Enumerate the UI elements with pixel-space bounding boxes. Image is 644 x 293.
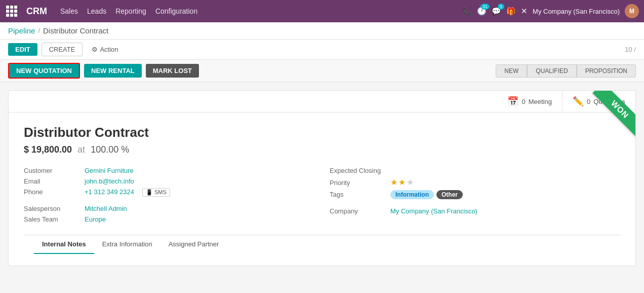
chat-icon[interactable]: 💬5 [492,7,501,16]
field-expected-closing: Expected Closing [330,165,620,176]
action-menu[interactable]: ⚙ Action [92,46,118,53]
company-name: My Company (San Francisco) [533,8,620,15]
field-email: Email john.b@tech.info [24,176,314,187]
salesperson-value[interactable]: Mitchell Admin [85,205,127,212]
nav-links: Sales Leads Reporting Configuration [60,7,459,15]
clock-icon[interactable]: 🕐31 [477,7,487,16]
breadcrumb-separator: / [38,27,40,34]
star-3[interactable]: ★ [407,177,414,187]
phone-icon[interactable]: 📞 [462,7,472,16]
field-tags: Tags Information Other [330,189,620,201]
fields-left: Customer Gemini Furniture Email john.b@t… [24,165,314,225]
priority-stars[interactable]: ★ ★ ★ [390,177,414,187]
user-avatar[interactable]: M [625,4,639,18]
phone-label: Phone [24,188,79,196]
nav-right: 📞 🕐31 💬5 🎁 ✕ My Company (San Francisco) … [462,4,639,18]
breadcrumb-parent[interactable]: Pipeline [8,26,35,35]
tags-container: Information Other [390,190,463,199]
tag-information[interactable]: Information [390,190,434,199]
close-icon[interactable]: ✕ [521,7,528,16]
nav-sales[interactable]: Sales [60,7,78,15]
create-button[interactable]: CREATE [42,43,83,56]
edit-button[interactable]: EDIT [8,43,37,56]
won-ribbon-text: WON [592,91,635,137]
stage-buttons: NEW QUALIFIED PROPOSITION [496,64,636,78]
field-phone: Phone +1 312 349 2324 📱 SMS [24,187,314,198]
at-label: at [77,144,85,155]
customer-label: Customer [24,167,79,174]
app-grid-icon[interactable] [5,5,18,18]
gear-icon: ⚙ [92,46,98,53]
nav-reporting[interactable]: Reporting [115,7,146,15]
sales-team-label: Sales Team [24,215,79,223]
sms-button[interactable]: 📱 SMS [142,188,170,197]
button-bar: NEW QUOTATION NEW RENTAL MARK LOST NEW Q… [0,60,644,82]
probability-value: 100.00 % [91,144,129,155]
tag-other[interactable]: Other [436,190,463,199]
email-label: Email [24,177,79,185]
email-value[interactable]: john.b@tech.info [85,177,134,185]
won-ribbon: WON [575,91,635,152]
fields-grid: Customer Gemini Furniture Email john.b@t… [24,165,620,225]
stage-qualified[interactable]: QUALIFIED [527,64,576,78]
field-sales-team: Sales Team Europe [24,214,314,225]
smart-buttons-bar: 📅 0 Meeting ✏️ 0 Quotations [9,91,635,113]
priority-label: Priority [330,179,385,187]
phone-value[interactable]: +1 312 349 2324 [85,188,134,196]
brand-name: CRM [26,6,47,17]
field-salesperson: Salesperson Mitchell Admin [24,203,314,214]
field-priority: Priority ★ ★ ★ [330,176,620,189]
record-amount: $ 19,800.00 at 100.00 % [24,144,620,155]
stage-new[interactable]: NEW [496,64,527,78]
nav-leads[interactable]: Leads [87,7,106,15]
page-indicator: 10 / [625,46,636,53]
breadcrumb-current: Distributor Contract [43,26,108,35]
star-2[interactable]: ★ [398,177,406,187]
tab-extra-information[interactable]: Extra Information [94,235,160,254]
meeting-count: 0 [521,98,525,105]
nav-configuration[interactable]: Configuration [155,7,197,15]
stage-proposition[interactable]: PROPOSITION [577,64,636,78]
salesperson-label: Salesperson [24,205,79,212]
chat-badge: 5 [498,4,504,10]
sales-team-value: Europe [85,215,106,223]
field-company: Company My Company (San Francisco) [330,206,620,216]
action-bar: EDIT CREATE ⚙ Action 10 / [0,40,644,60]
company-label: Company [330,207,385,215]
tab-internal-notes[interactable]: Internal Notes [34,235,94,254]
top-navigation: CRM Sales Leads Reporting Configuration … [0,0,644,22]
main-content: 📅 0 Meeting ✏️ 0 Quotations WON Distribu… [0,82,644,285]
amount-value: $ 19,800.00 [24,144,72,155]
clock-badge: 31 [480,4,490,10]
new-quotation-button[interactable]: NEW QUOTATION [8,63,80,79]
meeting-button[interactable]: 📅 0 Meeting [497,91,562,112]
breadcrumb: Pipeline / Distributor Contract [0,22,644,40]
fields-right: Expected Closing Priority ★ ★ ★ Tags [330,165,620,225]
mark-lost-button[interactable]: MARK LOST [146,64,199,78]
field-customer: Customer Gemini Furniture [24,165,314,176]
action-label: Action [100,46,118,53]
tags-label: Tags [330,191,385,198]
meeting-label: Meeting [529,98,552,105]
new-rental-button[interactable]: NEW RENTAL [84,64,142,78]
customer-value[interactable]: Gemini Furniture [85,167,134,174]
record-title: Distributor Contract [24,125,620,140]
calendar-icon: 📅 [507,96,518,107]
expected-closing-label: Expected Closing [330,167,385,174]
tabs-bar: Internal Notes Extra Information Assigne… [24,235,620,253]
star-1[interactable]: ★ [390,177,397,187]
tab-assigned-partner[interactable]: Assigned Partner [160,235,227,254]
gift-icon[interactable]: 🎁 [506,7,516,16]
record-body: Distributor Contract $ 19,800.00 at 100.… [9,113,635,266]
record-card: 📅 0 Meeting ✏️ 0 Quotations WON Distribu… [8,90,636,266]
company-value[interactable]: My Company (San Francisco) [390,207,477,215]
